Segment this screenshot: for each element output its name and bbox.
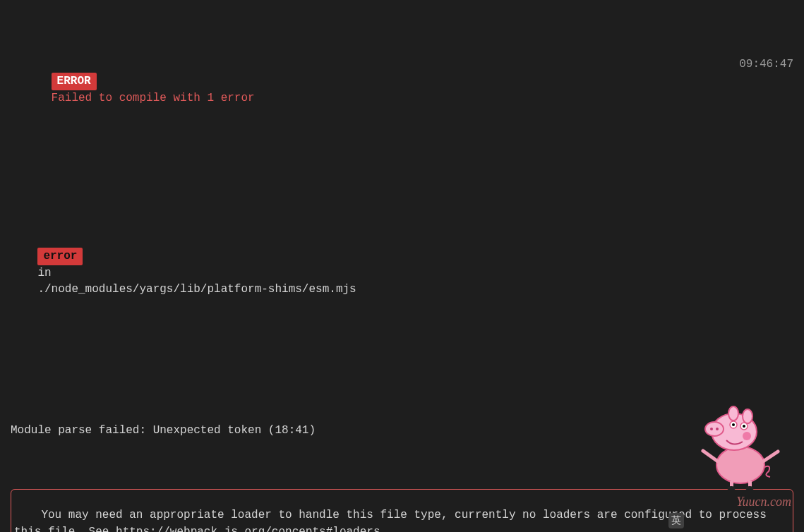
error-in-line: error in ./node_modules/yargs/lib/platfo… [11, 231, 793, 314]
svg-point-3 [710, 428, 713, 430]
svg-point-6 [743, 409, 752, 423]
svg-point-10 [743, 425, 745, 428]
svg-point-14 [727, 486, 736, 490]
blank-line [11, 172, 793, 182]
error-badge-caps: ERROR [52, 73, 97, 90]
svg-point-11 [743, 432, 751, 440]
error-badge-lower: error [37, 248, 83, 265]
timestamp: 09:46:47 [739, 56, 793, 73]
svg-point-2 [705, 422, 724, 436]
svg-point-15 [745, 486, 754, 490]
watermark-text: Yuucn.com [736, 492, 791, 511]
ime-badge: 英 [668, 513, 684, 528]
blank-line [11, 363, 793, 373]
peppa-pig-icon [695, 398, 786, 490]
loader-hint-text: You may need an appropriate loader to ha… [14, 509, 773, 532]
in-label: in [37, 267, 51, 279]
error-header-line: ERROR Failed to compile with 1 error 09:… [11, 56, 793, 123]
parse-fail-line: Module parse failed: Unexpected token (1… [11, 423, 793, 439]
svg-point-0 [716, 447, 764, 483]
terminal-output[interactable]: ERROR Failed to compile with 1 error 09:… [0, 0, 804, 532]
svg-point-8 [732, 423, 735, 426]
error-path: ./node_modules/yargs/lib/platform-shims/… [37, 283, 356, 296]
svg-point-4 [716, 428, 719, 430]
compile-fail-message: Failed to compile with 1 error [52, 92, 255, 104]
svg-point-5 [728, 406, 738, 421]
